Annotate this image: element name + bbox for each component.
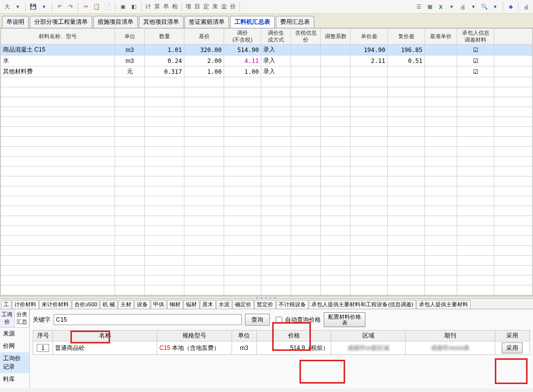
calc-label[interactable]: 来: [211, 2, 219, 11]
grid-header[interactable]: 复价差: [388, 29, 425, 45]
main-tab[interactable]: 单说明: [2, 16, 29, 28]
filter-tab[interactable]: 合价≥500: [72, 300, 100, 309]
grid-header[interactable]: 数量: [145, 29, 184, 45]
toggle-icon[interactable]: ▣: [118, 2, 128, 12]
result-header[interactable]: 采用: [495, 331, 530, 341]
dropdown-arrow-icon[interactable]: ▾: [490, 2, 500, 12]
list-icon[interactable]: ☰: [414, 2, 424, 12]
grid-row-empty[interactable]: [1, 117, 533, 127]
calc-label[interactable]: 计: [144, 2, 152, 11]
side-tab-category[interactable]: 分类汇总: [15, 309, 30, 327]
preview-icon[interactable]: 🔍: [479, 2, 489, 12]
grid-row-empty[interactable]: [1, 176, 533, 186]
calc-label[interactable]: 定: [202, 2, 210, 11]
grid-row-empty[interactable]: [1, 167, 533, 176]
grid-row-empty[interactable]: [1, 196, 533, 206]
grid-row-empty[interactable]: [1, 285, 533, 295]
copy-icon[interactable]: 📋: [92, 2, 102, 12]
grid-row-empty[interactable]: [1, 147, 533, 157]
grid-row-empty[interactable]: [1, 137, 533, 147]
filter-tab[interactable]: 承包人提供主要材料: [416, 300, 471, 309]
grid-row-empty[interactable]: [1, 87, 533, 97]
dropdown-arrow-icon[interactable]: ▾: [447, 2, 457, 12]
grid-row-empty[interactable]: [1, 186, 533, 196]
main-tab[interactable]: 其他项目清单: [139, 16, 183, 28]
filter-tab[interactable]: 确定价: [233, 300, 254, 309]
grid-row[interactable]: 水m30.242.004.11录入2.110.51☑: [1, 56, 533, 66]
search-button[interactable]: 查询: [245, 314, 270, 326]
side-item-library[interactable]: 料库: [0, 373, 29, 386]
result-grid[interactable]: 序号名称规格型号单位价格区域期刊采用 1 普通商品砼 C15 本地（含地泵费） …: [33, 330, 530, 355]
dropdown-arrow-icon[interactable]: ▾: [469, 2, 478, 12]
result-header[interactable]: 名称: [53, 331, 157, 341]
calc-label[interactable]: 价: [229, 2, 237, 11]
save-icon[interactable]: 💾: [28, 2, 38, 12]
dropdown-arrow-icon[interactable]: ▾: [39, 2, 49, 12]
calc-label[interactable]: 单: [162, 2, 170, 11]
undo-icon[interactable]: ↶: [55, 2, 64, 12]
redo-icon[interactable]: ↷: [65, 2, 75, 12]
filter-tab[interactable]: 未计价材料: [39, 300, 71, 309]
result-header[interactable]: 单位: [232, 331, 256, 341]
side-item-query-history[interactable]: 工询价记录: [0, 352, 29, 373]
side-item-pricenet[interactable]: 价网: [0, 340, 29, 352]
grid-header[interactable]: 调价(不含税): [224, 29, 261, 45]
print-icon[interactable]: 🖨: [458, 2, 468, 12]
main-tab[interactable]: 签证索赔清单: [184, 16, 229, 28]
side-tab-price[interactable]: 工询价: [0, 309, 15, 327]
grid-header[interactable]: 基价: [184, 29, 224, 45]
grid-header[interactable]: 基准单价: [425, 29, 457, 45]
calc-label[interactable]: 金: [220, 2, 228, 11]
materials-grid[interactable]: 材料名称、型号单位数量基价调价(不含税)调价生成方式含税信息价调整系数单价差复价…: [0, 28, 533, 296]
dropdown-arrow-icon[interactable]: ▾: [13, 2, 23, 12]
grid-row-empty[interactable]: [1, 226, 533, 236]
grid-row-empty[interactable]: [1, 97, 533, 107]
main-tab[interactable]: 措施项目清单: [93, 16, 138, 28]
filter-tab[interactable]: 主材: [118, 300, 134, 309]
main-tab[interactable]: 费用汇总表: [276, 16, 314, 28]
grid-row[interactable]: 商品混凝土 C15m31.01320.00514.90录入194.90196.8…: [1, 45, 533, 56]
help-book-icon[interactable]: ◆: [506, 2, 516, 12]
grid-row[interactable]: 其他材料费元0.3171.001.00录入☑: [1, 66, 533, 77]
grid-row-empty[interactable]: [1, 206, 533, 216]
calc-label[interactable]: 检: [171, 2, 179, 11]
excel-icon[interactable]: X: [436, 2, 446, 12]
filter-tab[interactable]: 工: [1, 300, 11, 309]
grid-header[interactable]: 调整系数: [321, 29, 351, 45]
result-header[interactable]: 区域: [331, 331, 406, 341]
contractor-adjust-checkbox[interactable]: ☑: [457, 66, 494, 77]
filter-tab[interactable]: 钢材: [167, 300, 183, 309]
cut-icon[interactable]: ✂: [81, 2, 91, 12]
contractor-adjust-checkbox[interactable]: ☑: [457, 56, 494, 66]
result-header[interactable]: 价格: [256, 331, 331, 341]
main-tab[interactable]: 分部分项工程量清单: [30, 16, 92, 28]
side-item-source[interactable]: 来源: [0, 328, 29, 340]
grid-row-empty[interactable]: [1, 107, 533, 117]
filter-tab[interactable]: 设备: [134, 300, 150, 309]
filter-tab[interactable]: 锯材: [183, 300, 199, 309]
contractor-adjust-checkbox[interactable]: ☑: [457, 45, 494, 56]
result-header[interactable]: 规格型号: [157, 331, 232, 341]
grid-header[interactable]: 单价差: [351, 29, 388, 45]
grid-header[interactable]: 承包人信息调差材料: [457, 29, 494, 45]
config-price-table-button[interactable]: 配置材料价格 表: [324, 312, 365, 327]
result-header[interactable]: 期刊: [406, 331, 495, 341]
filter-tab[interactable]: 不计税设备: [276, 300, 308, 309]
filter-tab[interactable]: 暂定价: [254, 300, 276, 309]
grid-icon[interactable]: ▦: [425, 2, 435, 12]
grid-header[interactable]: 单位: [115, 29, 145, 45]
filter-tab[interactable]: 计价材料: [12, 300, 39, 309]
grid-row-empty[interactable]: [1, 266, 533, 276]
filter-tab[interactable]: 水泥: [216, 300, 232, 309]
filter-tab[interactable]: 机 械: [100, 300, 118, 309]
panel-icon[interactable]: ◧: [129, 2, 139, 12]
calc-label[interactable]: 项: [184, 2, 192, 11]
grid-row-empty[interactable]: [1, 236, 533, 246]
toolbar-expand-icon[interactable]: 大: [2, 2, 12, 12]
main-tab[interactable]: 工料机汇总表: [230, 16, 275, 28]
print-icon[interactable]: 🖨: [521, 2, 531, 12]
filter-tab[interactable]: 承包人提供主要材料和工程设备(信息调差): [309, 300, 415, 309]
result-header[interactable]: 序号: [33, 331, 53, 341]
grid-header[interactable]: 含税信息价: [291, 29, 321, 45]
calc-label[interactable]: 算: [153, 2, 161, 11]
